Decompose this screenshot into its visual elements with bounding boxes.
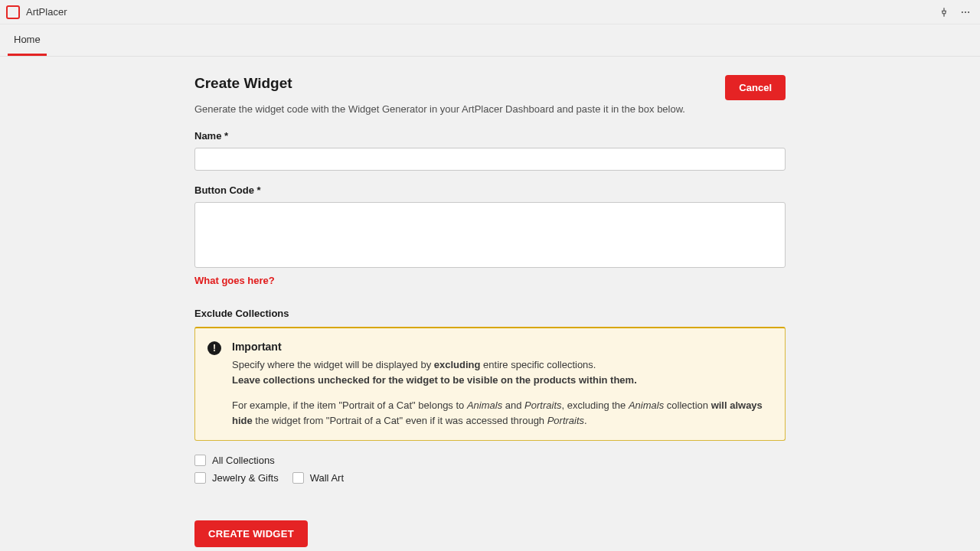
name-input[interactable] (194, 148, 786, 171)
more-icon[interactable] (960, 7, 971, 18)
checkbox-all-row: All Collections (194, 455, 786, 466)
banner-text: Portraits (524, 399, 561, 411)
content: Create Widget Cancel Generate the widget… (193, 75, 787, 547)
banner-body: Specify where the widget will be display… (232, 357, 771, 428)
checkbox-all-label: All Collections (212, 455, 275, 466)
page-title: Create Widget (194, 75, 292, 92)
banner-text: , excluding the (562, 399, 629, 411)
tab-home[interactable]: Home (8, 24, 47, 56)
banner-text: Leave collections unchecked for the widg… (232, 373, 771, 388)
checkbox-label: Wall Art (310, 472, 344, 484)
create-widget-button[interactable]: Create Widget (194, 520, 308, 547)
header-row: Create Widget Cancel (194, 75, 786, 100)
exclude-label: Exclude Collections (194, 308, 786, 319)
pin-icon[interactable] (939, 7, 949, 18)
svg-point-2 (968, 11, 969, 12)
checkbox-all[interactable] (194, 455, 206, 466)
banner-text: excluding (434, 359, 481, 370)
banner-text: Portraits (547, 415, 584, 426)
checkbox-wallart[interactable] (292, 472, 304, 484)
code-input[interactable] (194, 202, 786, 268)
banner-text: Specify where the widget will be display… (232, 359, 434, 370)
banner-text: . (584, 415, 587, 426)
banner-text: Animals (467, 399, 502, 411)
brand-name: ArtPlacer (26, 6, 67, 18)
topbar: ArtPlacer (0, 0, 980, 24)
checkbox-jewelry[interactable] (194, 472, 206, 484)
page-subtitle: Generate the widget code with the Widget… (194, 103, 786, 115)
checkbox-label: Jewelry & Gifts (212, 472, 279, 484)
banner-text: collection (664, 399, 710, 411)
brand-icon (6, 5, 20, 19)
help-link[interactable]: What goes here? (194, 275, 275, 286)
banner-text: entire specific collections. (480, 359, 596, 370)
checkbox-grid: Jewelry & Gifts Wall Art (194, 472, 786, 490)
tabs-row: Home (0, 24, 980, 57)
svg-point-1 (965, 11, 966, 12)
banner-text: the widget from "Portrait of a Cat" even… (253, 415, 547, 426)
banner-text: For example, if the item "Portrait of a … (232, 399, 467, 411)
banner-title: Important (232, 341, 771, 353)
name-label: Name * (194, 130, 786, 142)
banner-text: Animals (629, 399, 664, 411)
svg-point-0 (962, 11, 963, 12)
cancel-button[interactable]: Cancel (725, 75, 786, 100)
topbar-brand: ArtPlacer (6, 5, 67, 19)
alert-icon: ! (207, 341, 221, 355)
topbar-actions (939, 7, 971, 18)
important-banner: ! Important Specify where the widget wil… (194, 327, 786, 441)
code-label: Button Code * (194, 184, 786, 196)
checkbox-item-row: Wall Art (292, 472, 344, 484)
banner-text: and (502, 399, 524, 411)
checkbox-item-row: Jewelry & Gifts (194, 472, 279, 484)
